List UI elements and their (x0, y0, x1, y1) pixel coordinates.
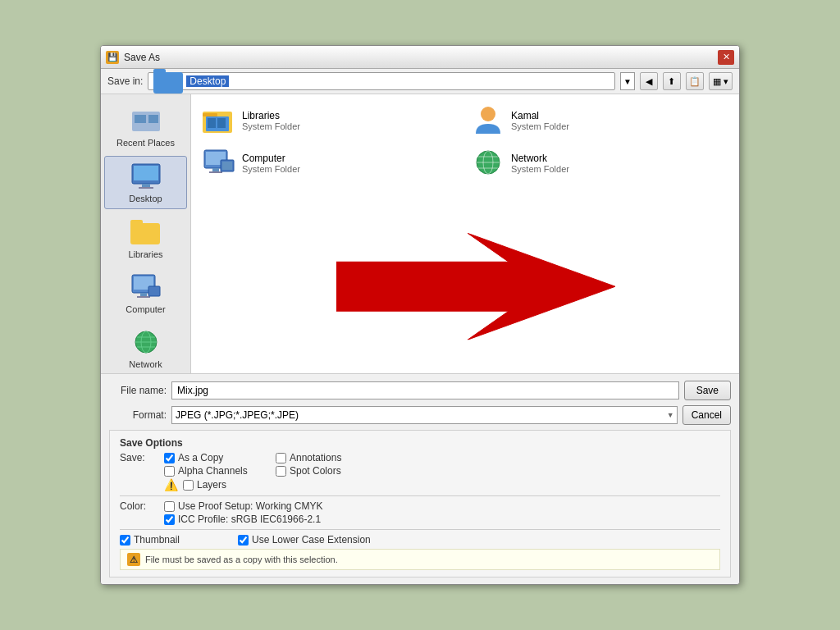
format-row: Format: JPEG (*.JPG;*.JPEG;*.JPE) Cancel (109, 405, 731, 425)
alpha-channels-label: Alpha Channels (178, 465, 248, 477)
recent-places-label: Recent Places (116, 138, 175, 148)
sidebar-item-network[interactable]: Network (104, 322, 187, 374)
format-select[interactable]: JPEG (*.JPG;*.JPEG;*.JPE) (171, 406, 678, 424)
warning-message: ⚠ File must be saved as a copy with this… (120, 549, 720, 570)
save-in-label: Save in: (107, 75, 143, 87)
libraries-type: System Folder (242, 121, 300, 131)
icc-profile-option[interactable]: ICC Profile: sRGB IEC61966-2.1 (164, 514, 323, 525)
libraries-name: Libraries (242, 110, 300, 121)
svg-rect-6 (142, 184, 150, 187)
save-options: Save Options Save: As a Copy Annotat (109, 430, 731, 578)
alpha-channels-option[interactable]: Alpha Channels (164, 465, 262, 477)
dialog-icon: 💾 (106, 51, 119, 64)
title-bar: 💾 Save As ✕ (101, 46, 739, 69)
lowercase-checkbox[interactable] (238, 535, 249, 546)
layers-label: Layers (197, 479, 226, 491)
thumbnail-label: Thumbnail (134, 534, 180, 546)
annotations-option[interactable]: Annotations (276, 452, 374, 463)
alpha-channels-checkbox[interactable] (164, 466, 175, 477)
lowercase-option[interactable]: Use Lower Case Extension (238, 534, 371, 546)
toolbar: Save in: Desktop ▼ ◀ ⬆ 📋 ▦ ▾ (101, 69, 739, 94)
network-name: Network (511, 153, 569, 164)
list-item[interactable]: Network System Folder (468, 145, 731, 181)
folder-icon (153, 69, 183, 94)
recent-places-icon (130, 106, 162, 135)
svg-rect-10 (140, 293, 147, 296)
list-item[interactable]: Kamal System Folder (468, 103, 731, 139)
svg-rect-7 (139, 187, 153, 189)
file-list: Libraries System Folder Kamal System (191, 94, 739, 373)
warning-text: File must be saved as a copy with this s… (145, 555, 338, 564)
spot-colors-checkbox[interactable] (276, 466, 286, 477)
use-proof-setup-option[interactable]: Use Proof Setup: Working CMYK (164, 500, 323, 512)
network-label: Network (129, 359, 162, 369)
filename-input[interactable] (171, 381, 679, 399)
options-divider (120, 495, 720, 496)
network-type: System Folder (511, 164, 569, 174)
color-divider (120, 529, 720, 530)
layers-checkbox[interactable] (183, 480, 194, 491)
sidebar-item-desktop[interactable]: Desktop (104, 156, 187, 209)
list-item[interactable]: Libraries System Folder (199, 103, 462, 139)
cancel-button[interactable]: Cancel (682, 405, 731, 425)
computer-label: Computer (126, 304, 165, 314)
spot-colors-label: Spot Colors (290, 465, 341, 477)
color-label: Color: (120, 500, 161, 512)
icc-profile-label: ICC Profile: sRGB IEC61966-2.1 (178, 514, 321, 525)
kamal-icon (472, 106, 504, 135)
kamal-type: System Folder (511, 121, 569, 131)
sidebar-item-recent-places[interactable]: Recent Places (104, 101, 187, 153)
filename-label: File name: (109, 385, 167, 396)
back-button[interactable]: ◀ (640, 72, 658, 90)
recent-button[interactable]: 📋 (686, 72, 704, 90)
use-proof-setup-label: Use Proof Setup: Working CMYK (178, 500, 323, 512)
svg-point-23 (481, 107, 495, 121)
kamal-name: Kamal (511, 110, 569, 121)
layers-warning-icon: ⚠️ (164, 478, 178, 491)
kamal-info: Kamal System Folder (511, 110, 569, 131)
close-button[interactable]: ✕ (718, 50, 734, 65)
network-icon (130, 327, 162, 357)
path-dropdown[interactable]: ▼ (620, 72, 635, 90)
lowercase-label: Use Lower Case Extension (252, 534, 371, 546)
computer-name: Computer (242, 153, 300, 164)
bottom-area: File name: Save Format: JPEG (*.JPG;*.JP… (101, 373, 739, 584)
use-proof-setup-checkbox[interactable] (164, 501, 175, 512)
network-info: Network System Folder (511, 153, 569, 174)
path-bar[interactable]: Desktop (148, 72, 615, 90)
svg-rect-5 (134, 166, 158, 180)
annotations-checkbox[interactable] (276, 453, 286, 463)
format-select-wrapper: JPEG (*.JPG;*.JPEG;*.JPE) (171, 406, 678, 424)
save-as-dialog: 💾 Save As ✕ Save in: Desktop ▼ ◀ ⬆ 📋 ▦ ▾ (100, 45, 740, 585)
as-copy-checkbox[interactable] (164, 453, 175, 463)
spot-colors-option[interactable]: Spot Colors (276, 465, 374, 477)
computer-info: Computer System Folder (242, 153, 300, 174)
list-item[interactable]: Computer System Folder (199, 145, 462, 181)
thumbnail-option[interactable]: Thumbnail (120, 534, 218, 546)
computer-icon (130, 272, 162, 302)
current-path: Desktop (186, 75, 229, 87)
sidebar-item-libraries[interactable]: Libraries (104, 212, 187, 264)
icc-profile-checkbox[interactable] (164, 514, 175, 525)
svg-rect-22 (217, 118, 226, 128)
libraries-label: Libraries (128, 249, 162, 259)
svg-rect-29 (222, 162, 232, 170)
save-button[interactable]: Save (684, 381, 731, 400)
as-copy-label: As a Copy (178, 452, 223, 463)
layers-option[interactable]: Layers (183, 479, 281, 491)
thumbnail-checkbox[interactable] (120, 535, 130, 546)
view-button[interactable]: ▦ ▾ (709, 72, 733, 90)
libraries-info: Libraries System Folder (242, 110, 300, 131)
desktop-label: Desktop (129, 194, 162, 203)
sidebar-item-computer[interactable]: Computer (104, 267, 187, 319)
annotations-label: Annotations (290, 452, 341, 463)
computer-type: System Folder (242, 164, 300, 174)
as-copy-option[interactable]: As a Copy (164, 452, 262, 463)
computer-file-icon (203, 148, 235, 178)
main-area: Recent Places Desktop (101, 94, 739, 373)
svg-rect-27 (209, 171, 222, 173)
warning-icon: ⚠ (127, 553, 140, 566)
svg-rect-11 (137, 296, 150, 298)
svg-rect-26 (212, 168, 219, 171)
up-button[interactable]: ⬆ (663, 72, 681, 90)
